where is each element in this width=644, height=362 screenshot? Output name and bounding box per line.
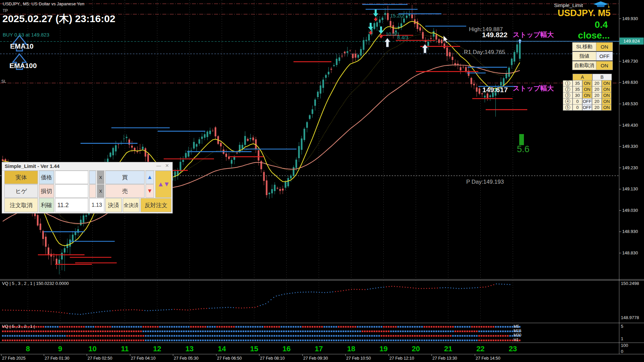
chart-title: USDJPY., M5: US Dollar vs Japanese Yen — [3, 1, 84, 6]
col-b-header: B — [592, 74, 612, 80]
sl-spacer — [89, 184, 96, 198]
sell-button[interactable]: 売 — [105, 184, 145, 198]
svg-text:16: 16 — [282, 345, 290, 353]
vq2-layer — [2, 326, 521, 342]
clear-sl-button[interactable]: x — [97, 184, 104, 198]
svg-text:27 Feb 12:10: 27 Feb 12:10 — [389, 356, 414, 361]
candles-layer — [2, 5, 521, 274]
settle-button[interactable]: 決済 — [105, 198, 122, 212]
table-row: 3 30 ON 20 ON — [563, 93, 612, 99]
svg-text:8: 8 — [26, 345, 30, 353]
svg-text:17: 17 — [315, 345, 323, 353]
svg-text:23: 23 — [509, 345, 517, 353]
svg-text:8.4/3: 8.4/3 — [397, 35, 408, 40]
svg-text:13: 13 — [185, 345, 194, 353]
svg-text:148.930: 148.930 — [622, 229, 638, 234]
tf-label-m5: M5 — [514, 324, 519, 329]
svg-text:22: 22 — [476, 345, 484, 353]
svg-text:15: 15 — [250, 345, 258, 353]
wick-mode-button[interactable]: ヒゲ — [4, 184, 38, 198]
svg-text:21: 21 — [444, 345, 452, 353]
up-arrow-button[interactable]: ▲ — [146, 171, 154, 184]
hours-scale-top: 100 — [621, 343, 628, 348]
resistance-price-label: 149.822 — [482, 31, 507, 39]
svg-text:149.330: 149.330 — [622, 144, 638, 149]
svg-text:27 Feb 10:50: 27 Feb 10:50 — [346, 356, 371, 361]
tf-label-h1: H1 — [514, 338, 519, 342]
down-arrow-button[interactable]: ▼ — [146, 184, 154, 198]
simple-limit-dialog[interactable]: Simple_Limit - Ver 1.44 — ✕ 実体 価格 x 買 ▲ … — [2, 162, 173, 214]
svg-text:15.2/2: 15.2/2 — [390, 13, 404, 18]
hours-panel: 891011121314151617181920212223 — [26, 345, 517, 353]
svg-text:149.230: 149.230 — [622, 165, 638, 170]
toggle-sl-move-label: SL移動 — [572, 42, 596, 51]
tf-label-m15: M15 — [514, 328, 521, 333]
svg-text:19: 19 — [379, 345, 387, 353]
toggle-auto-cancel[interactable]: 自動取消 ON — [572, 61, 613, 70]
markers-layer: 15.2/210.0/18.4/3 — [13, 9, 524, 145]
price-label: 価格 — [39, 171, 54, 184]
takeprofit-input[interactable]: 11.2 — [55, 198, 88, 212]
reverse-order-button[interactable]: 反対注文 — [141, 198, 171, 212]
vq2-label: VQ | 5 , 3 , 2 , 1 | — [2, 324, 35, 329]
close-icon[interactable]: ✕ — [165, 163, 169, 168]
stoploss-label: 損切 — [39, 184, 54, 198]
svg-text:18: 18 — [347, 345, 355, 353]
stop-width-lower-label: ストップ幅大 — [513, 84, 554, 93]
ema10-label: EMA10 — [10, 42, 34, 50]
price-spacer — [89, 171, 96, 184]
ab-settings-table: A B 1 35 ON 20 ON 2 35 ON 20 ON 3 30 ON … — [563, 74, 612, 111]
svg-text:149.930: 149.930 — [622, 16, 638, 21]
toggle-limit-label: 指値 — [572, 52, 596, 61]
updown-button[interactable]: ▲▼ — [155, 171, 171, 198]
r1-day-label: R1 Day:149.765 — [464, 49, 505, 56]
toggle-sl-move-state[interactable]: ON — [596, 42, 613, 51]
svg-text:27 Feb 04:10: 27 Feb 04:10 — [131, 356, 156, 361]
svg-text:27 Feb 08:10: 27 Feb 08:10 — [260, 356, 285, 361]
svg-text:11: 11 — [121, 345, 129, 353]
svg-text:149.730: 149.730 — [622, 59, 638, 64]
clock-datetime: 2025.02.27 (木) 23:16:02 — [2, 12, 115, 26]
svg-text:27 Feb 09:30: 27 Feb 09:30 — [303, 356, 328, 361]
vq1-scale-bottom: 148.9778 — [621, 315, 639, 320]
price-scale[interactable]: 149.930149.730149.630149.530149.430149.3… — [619, 16, 638, 255]
dialog-title: Simple_Limit - Ver 1.44 — [5, 163, 59, 169]
col-a-header: A — [573, 74, 592, 80]
table-row: 4 0 OFF 20 ON — [563, 99, 612, 105]
toggle-auto-cancel-state[interactable]: ON — [596, 61, 613, 70]
toggle-limit-state[interactable]: OFF — [596, 52, 613, 61]
svg-text:149.530: 149.530 — [622, 101, 638, 106]
current-price-tag: 149.824 — [620, 38, 644, 45]
ratio-value: 1.13 — [89, 198, 104, 212]
symbol-timeframe: USDJPY. M5 — [540, 8, 610, 18]
clear-price-button[interactable]: x — [97, 171, 104, 184]
cancel-order-button[interactable]: 注文取消 — [4, 198, 38, 212]
table-row: 2 35 ON 20 ON — [563, 86, 612, 93]
support-price-label: 149.617 — [482, 86, 508, 94]
svg-text:27 Feb 01:30: 27 Feb 01:30 — [45, 356, 69, 361]
stop-width-upper-label: ストップ幅大 — [513, 30, 554, 39]
ema100-label: EMA100 — [9, 62, 37, 70]
open-position-label: BUY 0.53 at 149.823 — [3, 32, 49, 38]
price-input[interactable] — [55, 171, 88, 184]
close-countdown: close... — [553, 30, 610, 41]
table-row: 5 0 OFF 20 ON — [563, 105, 612, 111]
toggle-sl-move[interactable]: SL移動 ON — [572, 42, 613, 51]
buy-button[interactable]: 買 — [105, 171, 145, 184]
table-row: 1 35 ON 20 ON — [563, 80, 612, 86]
time-axis[interactable]: 27 Feb 202527 Feb 01:3027 Feb 02:5027 Fe… — [1, 354, 500, 361]
settle-all-button[interactable]: 全決済 — [123, 198, 140, 212]
stoploss-input[interactable] — [55, 184, 88, 198]
profit-pips-label: 5.6 — [517, 144, 530, 155]
dialog-titlebar[interactable]: Simple_Limit - Ver 1.44 — ✕ — [2, 162, 172, 171]
svg-text:27 Feb 13:30: 27 Feb 13:30 — [432, 356, 457, 361]
svg-text:27 Feb 05:30: 27 Feb 05:30 — [174, 356, 199, 361]
toggle-limit[interactable]: 指値 OFF — [572, 52, 613, 61]
svg-text:149.030: 149.030 — [622, 208, 638, 213]
minimize-icon[interactable]: — — [156, 163, 161, 168]
body-mode-button[interactable]: 実体 — [4, 171, 38, 184]
svg-text:14: 14 — [218, 345, 226, 353]
svg-text:12: 12 — [153, 345, 161, 353]
vq1-scale-top: 150.2498 — [621, 281, 639, 286]
trading-terminal: 15.2/210.0/18.4/3149.930149.730149.63014… — [0, 0, 644, 362]
